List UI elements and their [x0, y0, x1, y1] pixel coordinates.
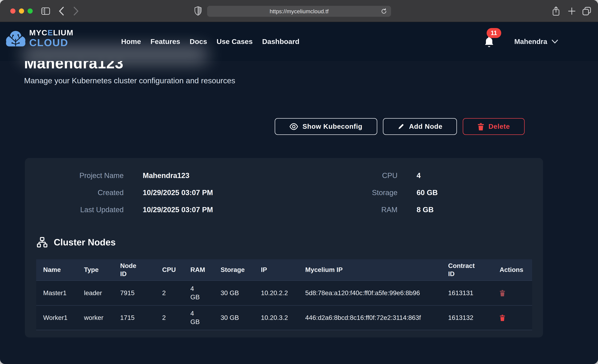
info-row: CPU 4: [315, 167, 438, 184]
col-ram: RAM: [183, 266, 214, 274]
username: Mahendra: [514, 38, 547, 46]
zoom-window-button[interactable]: [28, 8, 33, 14]
network-nodes-icon: [36, 236, 48, 248]
cell-node-id: 7915: [113, 289, 155, 297]
nav-use-cases[interactable]: Use Cases: [216, 38, 253, 46]
nav-features[interactable]: Features: [150, 38, 180, 46]
share-icon[interactable]: [549, 0, 563, 22]
info-row: RAM 8 GB: [315, 201, 438, 218]
col-actions: Actions: [493, 266, 532, 274]
logo[interactable]: MYCELIUM CLOUD: [5, 29, 74, 48]
project-info-right: CPU 4 Storage 60 GB RAM 8 GB: [315, 167, 438, 218]
tab-overview-icon[interactable]: [580, 0, 593, 22]
col-node-id: Node ID: [113, 262, 155, 278]
delete-cluster-button[interactable]: Delete: [463, 118, 525, 135]
cluster-card: Project Name Mahendra123 Created 10/29/2…: [25, 158, 543, 338]
browser-window: https://myceliumcloud.tf Mahendra123 Man…: [0, 0, 598, 364]
info-row: Project Name Mahendra123: [42, 167, 213, 184]
cluster-nodes-table: Name Type Node ID CPU RAM Storage IP Myc…: [36, 259, 532, 330]
cell-name: Master1: [36, 289, 77, 297]
cell-ip: 10.20.2.2: [254, 289, 298, 297]
project-name-value: Mahendra123: [143, 171, 189, 180]
trash-icon: [478, 123, 484, 130]
col-mycelium-ip: Mycelium IP: [298, 266, 441, 274]
cpu-label: CPU: [315, 171, 398, 180]
cpu-value: 4: [417, 171, 421, 180]
col-storage: Storage: [214, 266, 254, 274]
table-row: Master1 leader 7915 2 4 GB 30 GB 10.20.2…: [36, 280, 532, 305]
sidebar-toggle-icon[interactable]: [40, 0, 51, 22]
project-info-left: Project Name Mahendra123 Created 10/29/2…: [42, 167, 213, 218]
cell-contract-id: 1613131: [441, 289, 493, 297]
cell-storage: 30 GB: [214, 289, 254, 297]
table-header-row: Name Type Node ID CPU RAM Storage IP Myc…: [36, 259, 532, 280]
mycelium-cloud-logo-icon: [5, 29, 26, 47]
info-row: Created 10/29/2025 03:07 PM: [42, 184, 213, 201]
cell-type: leader: [77, 289, 113, 297]
forward-icon[interactable]: [71, 0, 81, 22]
cell-name: Worker1: [36, 314, 77, 321]
page-subtitle: Manage your Kubernetes cluster configura…: [24, 76, 235, 85]
ram-label: RAM: [315, 206, 398, 214]
minimize-window-button[interactable]: [19, 8, 24, 14]
project-name-label: Project Name: [42, 171, 124, 180]
table-row: Worker1 worker 1715 2 4 GB 30 GB 10.20.3…: [36, 305, 532, 330]
cell-ip: 10.20.3.2: [254, 314, 298, 321]
eye-icon: [290, 123, 298, 130]
cell-type: worker: [77, 314, 113, 321]
nav-docs[interactable]: Docs: [190, 38, 207, 46]
col-name: Name: [36, 266, 77, 274]
notification-badge: 11: [487, 28, 501, 38]
created-value: 10/29/2025 03:07 PM: [143, 189, 213, 197]
cell-ram: 4 GB: [183, 285, 214, 301]
show-kubeconfig-button[interactable]: Show Kubeconfig: [275, 118, 377, 135]
main-nav: Home Features Docs Use Cases Dashboard: [121, 22, 299, 61]
info-row: Storage 60 GB: [315, 184, 438, 201]
notifications-button[interactable]: 11: [484, 35, 495, 48]
user-menu[interactable]: Mahendra: [514, 38, 558, 46]
show-kubeconfig-label: Show Kubeconfig: [302, 123, 362, 130]
add-node-label: Add Node: [409, 123, 442, 130]
col-ip: IP: [254, 266, 298, 274]
storage-value: 60 GB: [417, 189, 438, 197]
cell-ram: 4 GB: [183, 309, 214, 326]
delete-label: Delete: [489, 123, 510, 130]
cell-node-id: 1715: [113, 314, 155, 321]
ram-value: 8 GB: [417, 206, 434, 214]
cell-actions: [493, 314, 532, 321]
site-header: MYCELIUM CLOUD Home Features Docs Use Ca…: [0, 22, 598, 61]
browser-chrome: https://myceliumcloud.tf: [0, 0, 598, 22]
nav-dashboard[interactable]: Dashboard: [262, 38, 299, 46]
delete-node-button[interactable]: [499, 314, 505, 321]
cell-actions: [493, 290, 532, 296]
col-contract-id: Contract ID: [441, 262, 493, 278]
cell-mycelium-ip: 446:d2a6:8bcd:8c16:ff0f:72e2:3114:863f: [298, 313, 441, 323]
close-window-button[interactable]: [10, 8, 16, 14]
cluster-nodes-heading: Cluster Nodes: [36, 236, 116, 248]
chevron-down-icon: [552, 40, 558, 44]
new-tab-icon[interactable]: [565, 0, 578, 22]
last-updated-value: 10/29/2025 03:07 PM: [143, 206, 213, 214]
cell-mycelium-ip: 5d8:78ea:a120:f40c:ff0f:a5fe:99e6:8b96: [298, 288, 441, 298]
pencil-icon: [397, 123, 405, 130]
col-cpu: CPU: [155, 266, 183, 274]
storage-label: Storage: [315, 189, 398, 197]
back-icon[interactable]: [57, 0, 66, 22]
cell-cpu: 2: [155, 289, 183, 297]
reload-icon[interactable]: [380, 8, 387, 15]
col-type: Type: [77, 266, 113, 274]
traffic-lights: [10, 8, 33, 14]
cell-contract-id: 1613132: [441, 314, 493, 321]
privacy-shield-icon: [192, 0, 204, 22]
info-row: Last Updated 10/29/2025 03:07 PM: [42, 201, 213, 218]
created-label: Created: [42, 189, 124, 197]
delete-node-button[interactable]: [499, 290, 505, 296]
last-updated-label: Last Updated: [42, 206, 124, 214]
logo-text: MYCELIUM CLOUD: [29, 29, 74, 48]
header-right: 11 Mahendra: [484, 22, 558, 61]
cell-storage: 30 GB: [214, 314, 254, 321]
add-node-button[interactable]: Add Node: [383, 118, 457, 135]
url-text: https://myceliumcloud.tf: [270, 8, 328, 15]
address-bar[interactable]: https://myceliumcloud.tf: [207, 6, 391, 17]
nav-home[interactable]: Home: [121, 38, 141, 46]
